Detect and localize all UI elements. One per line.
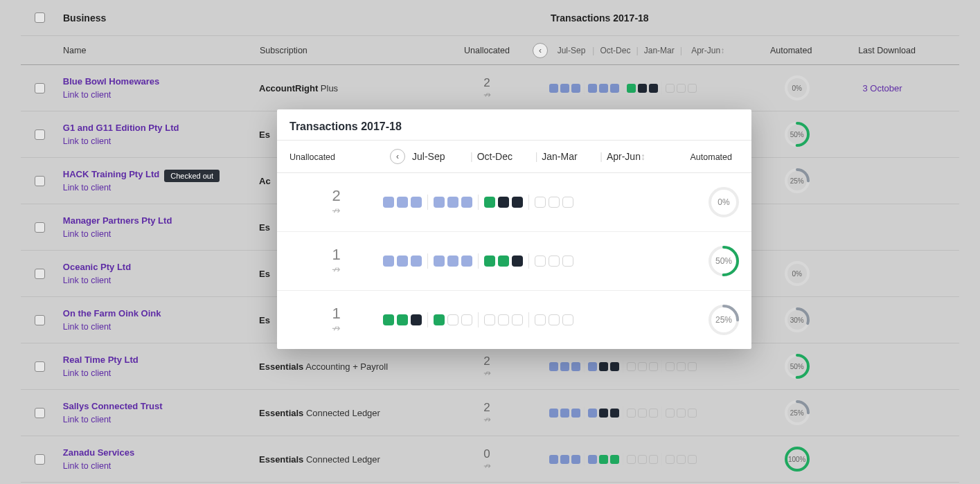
subscription-detail: Plus (318, 83, 338, 93)
popup-columns: Unallocated ‹ Jul-Sep| Oct-Dec| Jan-Mar|… (277, 140, 751, 173)
table-header-columns: Name Subscription Unallocated ‹ Jul-Sep|… (21, 36, 959, 65)
unallocated-count: 2 (445, 77, 528, 90)
transactions-popup: Transactions 2017-18 Unallocated ‹ Jul-S… (277, 109, 751, 349)
prev-period-button[interactable]: ‹ (533, 43, 548, 58)
link-to-client[interactable]: Link to client (63, 229, 111, 239)
col-name[interactable]: Name (63, 46, 89, 55)
popup-unallocated-icon: ↛ (332, 204, 341, 216)
quarter-blocks (549, 406, 738, 419)
automated-gauge: 0% (738, 261, 856, 286)
row-checkbox[interactable] (35, 129, 45, 140)
link-to-client[interactable]: Link to client (63, 415, 111, 424)
subscription-name: Es (259, 222, 270, 233)
business-name-link[interactable]: Blue Bowl Homewares (63, 76, 159, 87)
unallocated-count: 2 (445, 355, 528, 368)
subscription-detail: Connected Ledger (303, 454, 380, 465)
subscription-detail: Connected Ledger (303, 408, 380, 418)
row-checkbox[interactable] (35, 176, 45, 186)
automated-gauge: 25% (738, 400, 856, 425)
subscription-name: Es (259, 129, 270, 140)
business-name-link[interactable]: Sallys Connected Trust (63, 401, 163, 411)
popup-col-q2[interactable]: Oct-Dec (477, 151, 531, 162)
unallocated-icon: ↛ (445, 368, 528, 377)
col-q3[interactable]: Jan-Mar (639, 46, 680, 55)
row-checkbox[interactable] (35, 315, 45, 325)
popup-col-q1[interactable]: Jul-Sep (412, 151, 466, 162)
popup-automated-gauge: 0% (684, 187, 739, 217)
subscription-name: Es (259, 315, 270, 325)
business-name-link[interactable]: Manager Partners Pty Ltd (63, 215, 172, 226)
link-to-client[interactable]: Link to client (63, 322, 111, 332)
automated-gauge: 0% (738, 75, 856, 100)
business-name-link[interactable]: G1 and G11 Edition Pty Ltd (63, 123, 179, 133)
table-header-groups: Business Transactions 2017-18 (21, 0, 959, 36)
quarter-blocks (549, 360, 738, 373)
popup-automated-gauge: 25% (684, 305, 739, 335)
link-to-client[interactable]: Link to client (63, 368, 111, 378)
popup-col-q4[interactable]: Apr-Jun (607, 151, 661, 162)
popup-row: 1 ↛ 25% (277, 291, 751, 349)
popup-quarter-blocks (383, 312, 684, 328)
row-checkbox[interactable] (35, 222, 45, 233)
popup-unallocated-count: 1 (289, 247, 383, 263)
select-all-checkbox[interactable] (35, 12, 45, 23)
automated-gauge: 100% (738, 447, 856, 472)
automated-gauge: 30% (738, 307, 856, 332)
col-automated[interactable]: Automated (770, 46, 814, 55)
col-subscription[interactable]: Subscription (260, 46, 308, 55)
automated-gauge: 50% (738, 354, 856, 379)
link-to-client[interactable]: Link to client (63, 461, 111, 471)
business-name-link[interactable]: Oceanic Pty Ltd (63, 262, 131, 272)
col-last-download[interactable]: Last Download (858, 46, 918, 55)
unallocated-count: 2 (445, 402, 528, 415)
col-unallocated[interactable]: Unallocated (464, 46, 513, 55)
table-row: Sallys Connected Trust Link to client Es… (21, 390, 959, 436)
col-q4[interactable]: Apr-Jun (682, 46, 733, 55)
popup-prev-period-button[interactable]: ‹ (390, 149, 405, 164)
popup-unallocated-icon: ↛ (332, 322, 341, 334)
link-to-client[interactable]: Link to client (63, 90, 111, 100)
last-download-link[interactable]: 3 October (862, 83, 902, 93)
automated-gauge: 25% (738, 168, 856, 193)
quarter-blocks (549, 82, 738, 94)
subscription-name: Essentials (259, 454, 303, 465)
link-to-client[interactable]: Link to client (63, 183, 111, 192)
subscription-name: Es (259, 269, 270, 279)
link-to-client[interactable]: Link to client (63, 136, 111, 146)
business-name-link[interactable]: Real Time Pty Ltd (63, 355, 139, 365)
row-checkbox[interactable] (35, 83, 45, 93)
popup-col-unallocated[interactable]: Unallocated (289, 152, 338, 162)
popup-title: Transactions 2017-18 (277, 109, 751, 140)
table-row: Real Time Pty Ltd Link to client Essenti… (21, 343, 959, 390)
subscription-name: AccountRight (259, 83, 318, 93)
transactions-group-header: Transactions 2017-18 (551, 12, 717, 24)
row-checkbox[interactable] (35, 269, 45, 279)
popup-automated-gauge: 50% (684, 246, 739, 276)
business-name-link[interactable]: On the Farm Oink Oink (63, 308, 161, 319)
quarter-headers: Jul-Sep| Oct-Dec| Jan-Mar| Apr-Jun (551, 45, 733, 55)
popup-unallocated-count: 1 (289, 305, 383, 322)
row-checkbox[interactable] (35, 361, 45, 372)
row-checkbox[interactable] (35, 408, 45, 418)
unallocated-icon: ↛ (445, 90, 528, 99)
popup-quarter-blocks (383, 253, 684, 269)
col-q1[interactable]: Jul-Sep (551, 46, 592, 55)
table-row: Zanadu Services Link to client Essential… (21, 436, 959, 483)
subscription-detail: Accounting + Payroll (303, 361, 388, 372)
col-q2[interactable]: Oct-Dec (594, 46, 636, 55)
popup-col-automated[interactable]: Automated (691, 152, 735, 162)
business-name-link[interactable]: HACK Training Pty Ltd (63, 169, 159, 179)
quarter-blocks (549, 453, 738, 465)
unallocated-count: 0 (445, 448, 528, 461)
popup-unallocated-icon: ↛ (332, 263, 341, 275)
row-checkbox[interactable] (35, 454, 45, 465)
business-group-header: Business (59, 12, 260, 24)
popup-unallocated-count: 2 (289, 188, 383, 204)
popup-row: 1 ↛ 50% (277, 232, 751, 291)
table-row: Blue Bowl Homewares Link to client Accou… (21, 65, 959, 111)
subscription-name: Ac (259, 176, 271, 186)
popup-quarter-blocks (383, 195, 684, 210)
popup-col-q3[interactable]: Jan-Mar (542, 151, 596, 162)
business-name-link[interactable]: Zanadu Services (63, 447, 134, 458)
link-to-client[interactable]: Link to client (63, 276, 111, 285)
